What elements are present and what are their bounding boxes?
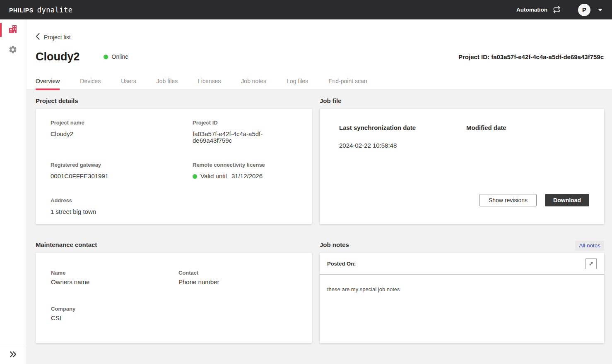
brand-philips: PHILIPS [9, 7, 34, 14]
header-project-id: Project ID: fa03a57f-e42f-4c4a-a5df-de69… [458, 53, 604, 60]
contact-name-label: Name [51, 270, 178, 275]
project-name-field: Project name Cloudy2 [51, 120, 193, 144]
project-id-field: Project ID fa03a57f-e42f-4c4a-a5df-de69a… [193, 120, 299, 144]
tab-users[interactable]: Users [121, 78, 136, 90]
project-details-title: Project details [36, 98, 78, 104]
license-date: 31/12/2026 [231, 173, 263, 180]
license-label: Remote connectivity license [193, 162, 299, 168]
license-field: Remote connectivity license Valid until … [193, 162, 299, 180]
page-title: Cloudy2 [36, 50, 80, 63]
contact-phone-value: Phone number [178, 279, 299, 285]
modified-date-label: Modified date [466, 125, 589, 131]
topbar: PHILIPS dynalite Automation P [0, 0, 612, 19]
all-notes-link[interactable]: All notes [575, 241, 604, 251]
back-to-project-list[interactable]: Project list [36, 33, 71, 41]
content: Project details Project name Cloudy2 Pro… [27, 89, 612, 343]
job-notes-card: Posted On: these are my special job note… [320, 253, 604, 343]
project-details-card: Project name Cloudy2 Project ID fa03a57f… [36, 109, 312, 224]
last-sync-value: 2024-02-22 10:58:48 [339, 142, 466, 148]
tab-overview[interactable]: Overview [36, 78, 60, 90]
chevron-left-icon [36, 33, 40, 41]
project-details-section: Project details Project name Cloudy2 Pro… [36, 98, 312, 224]
job-notes-title: Job notes [320, 242, 349, 248]
double-chevron-right-icon [9, 351, 17, 359]
tab-log-files[interactable]: Log files [287, 78, 308, 90]
registered-gateway-field: Registered gateway 0001C0FFFE301991 [51, 162, 193, 180]
tab-job-files[interactable]: Job files [157, 78, 178, 90]
address-field: Address 1 street big town [51, 198, 193, 215]
license-valid-dot [193, 174, 197, 179]
chevron-down-icon[interactable] [598, 8, 603, 12]
sidebar-item-projects[interactable] [0, 19, 26, 40]
job-note-text: these are my special job notes [320, 275, 604, 292]
project-name-value: Cloudy2 [51, 131, 193, 137]
main-area: Project list Cloudy2 Online Project ID: … [27, 19, 612, 364]
expand-sidebar-button[interactable] [0, 346, 26, 364]
maintenance-contact-card: Name Owners name Contact Phone number Co… [36, 253, 312, 343]
automation-label: Automation [516, 7, 547, 13]
address-value: 1 street big town [51, 208, 193, 215]
tab-licenses[interactable]: Licenses [198, 78, 221, 90]
tab-bar: Overview Devices Users Job files License… [36, 78, 604, 90]
job-file-section: Job file Last synchronization date 2024-… [320, 98, 604, 224]
buildings-icon [8, 24, 18, 36]
job-notes-section: Job notes All notes Posted On: [320, 242, 604, 343]
avatar[interactable]: P [578, 4, 590, 16]
contact-name-field: Name Owners name [51, 270, 178, 285]
posted-on-label: Posted On: [327, 261, 356, 267]
status-label: Online [112, 53, 128, 60]
project-name-label: Project name [51, 120, 193, 125]
gear-icon [8, 45, 17, 56]
maintenance-contact-title: Maintenance contact [36, 242, 97, 248]
maintenance-contact-section: Maintenance contact Name Owners name Con… [36, 242, 312, 343]
contact-company-field: Company CSI [51, 306, 178, 321]
registered-gateway-value: 0001C0FFFE301991 [51, 173, 193, 180]
project-id-value: fa03a57f-e42f-4c4a-a5df-de69a43f759c [193, 131, 299, 144]
sidebar-item-settings[interactable] [0, 40, 26, 61]
topbar-right: Automation P [516, 4, 603, 16]
show-revisions-button[interactable]: Show revisions [479, 194, 537, 206]
status-badge: Online [104, 53, 128, 60]
license-status: Valid until [200, 173, 227, 180]
registered-gateway-label: Registered gateway [51, 162, 193, 168]
page-header: Project list Cloudy2 Online Project ID: … [27, 19, 612, 89]
tab-devices[interactable]: Devices [80, 78, 101, 90]
job-file-card: Last synchronization date 2024-02-22 10:… [320, 109, 604, 224]
sidebar [0, 19, 26, 364]
online-status-dot [104, 55, 108, 59]
tab-job-notes[interactable]: Job notes [241, 78, 266, 90]
contact-company-value: CSI [51, 315, 178, 321]
last-sync-label: Last synchronization date [339, 125, 466, 131]
repeat-icon[interactable] [553, 6, 561, 14]
job-file-title: Job file [320, 98, 342, 104]
brand-dynalite: dynalite [37, 6, 73, 14]
expand-diagonal-icon [588, 261, 594, 266]
address-label: Address [51, 198, 193, 203]
project-id-label: Project ID [193, 120, 299, 125]
contact-company-label: Company [51, 306, 178, 311]
contact-name-value: Owners name [51, 279, 178, 285]
contact-phone-field: Contact Phone number [178, 270, 299, 285]
contact-phone-label: Contact [178, 270, 299, 275]
expand-note-button[interactable] [585, 258, 597, 269]
philips-dynalite-logo[interactable]: PHILIPS dynalite [9, 6, 73, 14]
download-button[interactable]: Download [545, 194, 589, 206]
title-row: Cloudy2 Online Project ID: fa03a57f-e42f… [36, 50, 604, 63]
tab-end-point-scan[interactable]: End-point scan [328, 78, 367, 90]
job-notes-header: Posted On: [320, 253, 604, 275]
back-label: Project list [44, 34, 71, 41]
